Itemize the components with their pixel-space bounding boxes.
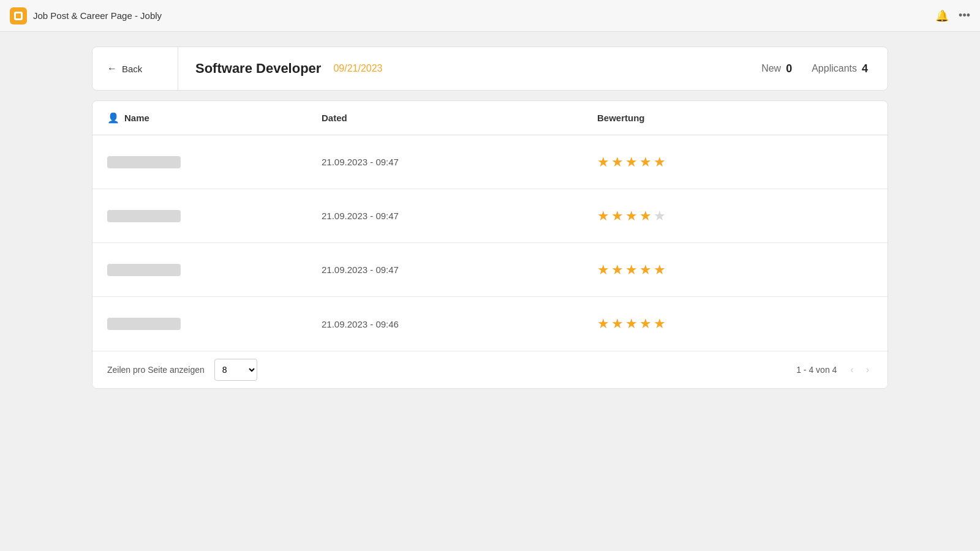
name-cell xyxy=(107,264,322,276)
star-filled: ★ xyxy=(611,154,624,170)
stars-cell: ★★★★★ xyxy=(597,208,873,224)
date-cell: 21.09.2023 - 09:47 xyxy=(322,264,597,275)
date-cell: 21.09.2023 - 09:47 xyxy=(322,211,597,221)
bell-icon[interactable]: 🔔 xyxy=(935,9,949,23)
col-name-label: Name xyxy=(124,113,149,123)
col-header-bewertung: Bewertung xyxy=(597,113,873,123)
rows-per-page-label: Zeilen pro Seite anzeigen xyxy=(107,365,205,375)
table-row[interactable]: 21.09.2023 - 09:47 ★★★★★ xyxy=(92,135,888,189)
header-stats: New 0 Applicants 4 xyxy=(742,62,888,75)
new-count: 0 xyxy=(786,62,792,75)
table-row[interactable]: 21.09.2023 - 09:47 ★★★★★ xyxy=(92,243,888,297)
date-cell: 21.09.2023 - 09:46 xyxy=(322,319,597,329)
name-placeholder xyxy=(107,156,181,168)
pagination-bar: Zeilen pro Seite anzeigen 8 16 24 1 - 4 … xyxy=(92,351,888,388)
star-filled: ★ xyxy=(654,154,666,170)
next-page-button[interactable]: › xyxy=(862,362,873,378)
name-placeholder xyxy=(107,210,181,222)
star-half: ★ xyxy=(639,208,652,224)
job-title: Software Developer xyxy=(195,61,321,77)
main-content: ← Back Software Developer 09/21/2023 New… xyxy=(0,32,980,403)
star-filled: ★ xyxy=(639,316,652,332)
back-label: Back xyxy=(122,64,142,74)
star-filled: ★ xyxy=(625,316,638,332)
table-row[interactable]: 21.09.2023 - 09:47 ★★★★★ xyxy=(92,189,888,243)
star-filled: ★ xyxy=(654,262,666,278)
star-filled: ★ xyxy=(611,262,624,278)
table-row[interactable]: 21.09.2023 - 09:46 ★★★★★ xyxy=(92,297,888,351)
star-filled: ★ xyxy=(611,316,624,332)
more-icon[interactable]: ••• xyxy=(959,9,970,22)
star-filled: ★ xyxy=(625,262,638,278)
star-filled: ★ xyxy=(654,316,666,332)
back-button[interactable]: ← Back xyxy=(92,47,178,90)
applicants-stat: Applicants 4 xyxy=(812,62,868,75)
star-filled: ★ xyxy=(639,262,652,278)
topbar: Job Post & Career Page - Jobly 🔔 ••• xyxy=(0,0,980,32)
new-stat: New 0 xyxy=(761,62,792,75)
stars-cell: ★★★★★ xyxy=(597,262,873,278)
table-body: 21.09.2023 - 09:47 ★★★★★ 21.09.2023 - 09… xyxy=(92,135,888,351)
applicants-label: Applicants xyxy=(812,63,857,74)
back-arrow-icon: ← xyxy=(107,63,117,74)
pagination-info: 1 - 4 von 4 xyxy=(796,365,837,375)
col-header-name: 👤 Name xyxy=(107,112,322,124)
star-filled: ★ xyxy=(597,262,609,278)
star-filled: ★ xyxy=(611,208,624,224)
col-header-dated: Dated xyxy=(322,113,597,123)
prev-page-button[interactable]: ‹ xyxy=(846,362,857,378)
app-title: Job Post & Career Page - Jobly xyxy=(33,10,162,21)
star-filled: ★ xyxy=(597,316,609,332)
star-filled: ★ xyxy=(639,154,652,170)
header-card: ← Back Software Developer 09/21/2023 New… xyxy=(92,47,888,91)
star-filled: ★ xyxy=(625,208,638,224)
applicants-count: 4 xyxy=(862,62,868,75)
col-bewertung-label: Bewertung xyxy=(597,113,645,123)
rows-per-page-select[interactable]: 8 16 24 xyxy=(214,359,257,381)
job-date: 09/21/2023 xyxy=(333,63,382,74)
table-card: 👤 Name Dated Bewertung 21.09.2023 - 09:4… xyxy=(92,100,888,389)
stars-cell: ★★★★★ xyxy=(597,316,873,332)
star-filled: ★ xyxy=(597,208,609,224)
app-logo-inner xyxy=(14,12,23,20)
topbar-icons: 🔔 ••• xyxy=(935,9,970,23)
name-cell xyxy=(107,318,322,330)
table-header: 👤 Name Dated Bewertung xyxy=(92,101,888,135)
col-dated-label: Dated xyxy=(322,113,347,123)
name-placeholder xyxy=(107,264,181,276)
name-placeholder xyxy=(107,318,181,330)
date-cell: 21.09.2023 - 09:47 xyxy=(322,157,597,167)
app-logo xyxy=(10,7,27,24)
pagination-nav: ‹ › xyxy=(846,362,873,378)
name-cell xyxy=(107,156,322,168)
star-empty: ★ xyxy=(654,208,666,224)
star-filled: ★ xyxy=(597,154,609,170)
stars-cell: ★★★★★ xyxy=(597,154,873,170)
name-cell xyxy=(107,210,322,222)
star-filled: ★ xyxy=(625,154,638,170)
new-label: New xyxy=(761,63,781,74)
job-title-section: Software Developer 09/21/2023 xyxy=(178,61,742,77)
person-icon: 👤 xyxy=(107,112,119,124)
